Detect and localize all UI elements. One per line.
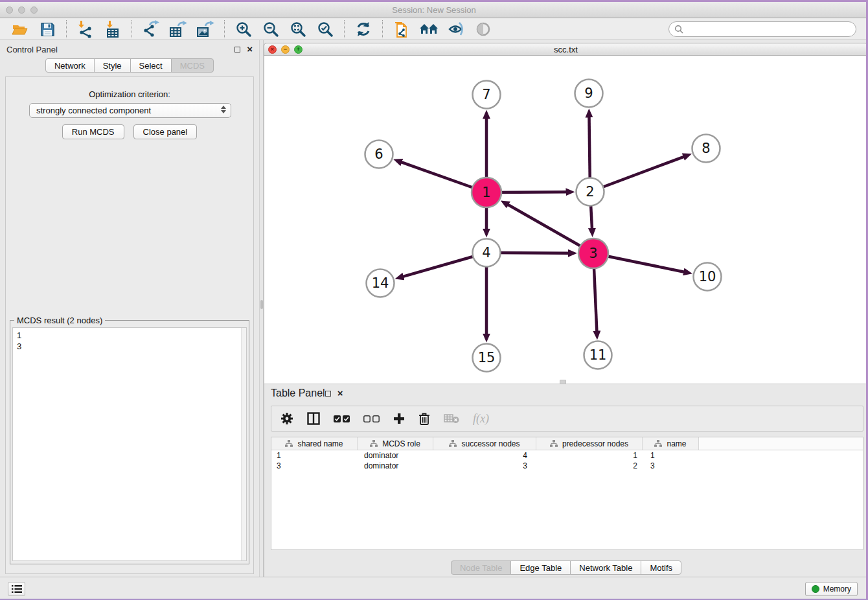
network-view[interactable]: 1234678910111415 [264,56,868,384]
delete-table-button[interactable] [444,413,459,424]
column-header-shared-name[interactable]: shared name [271,437,358,450]
table-cell[interactable]: 1 [536,450,643,461]
export-image-icon [196,20,214,38]
import-table-button[interactable] [103,19,122,39]
clone-network-icon [393,20,410,38]
graph-node-4[interactable]: 4 [473,239,501,267]
column-header-successor-nodes[interactable]: successor nodes [433,437,536,450]
add-column-button[interactable] [393,413,405,424]
tab-mcds[interactable]: MCDS [171,58,214,73]
graph-node-label: 6 [374,146,383,162]
graph-edge-2-8[interactable] [590,157,684,192]
close-network-button[interactable]: × [268,45,277,54]
export-image-button[interactable] [196,19,215,39]
zoom-selected-button[interactable] [315,19,335,39]
graph-node-1[interactable]: 1 [472,178,501,207]
minimize-network-button[interactable]: − [281,45,290,54]
export-table-button[interactable] [168,19,188,39]
export-table-icon [169,20,187,38]
tab-edge-table[interactable]: Edge Table [510,560,571,575]
network-canvas[interactable]: 1234678910111415 [264,56,868,384]
graph-node-8[interactable]: 8 [692,135,720,163]
graph-node-2[interactable]: 2 [577,178,604,206]
graph-node-label: 9 [584,86,593,101]
clone-network-button[interactable] [392,19,411,39]
level-of-detail-button[interactable] [474,19,493,39]
graph-node-label: 8 [702,141,710,156]
graph-node-14[interactable]: 14 [367,270,394,297]
close-panel-icon[interactable]: × [337,390,343,397]
table-cell[interactable]: 3 [433,461,536,471]
float-panel-icon[interactable] [325,391,331,397]
optimization-dropdown[interactable]: strongly connected component [29,103,231,118]
graph-node-7[interactable]: 7 [473,81,501,109]
column-type-icon [550,440,558,447]
graph-node-10[interactable]: 10 [694,263,722,291]
table-cell[interactable]: dominator [358,450,433,461]
plus-icon [393,413,405,424]
column-header-predecessor-nodes[interactable]: predecessor nodes [536,437,643,450]
float-panel-icon[interactable] [234,47,240,52]
table-options-button[interactable] [280,412,293,425]
table-cell[interactable]: 1 [271,450,358,461]
table-row[interactable]: 3dominator323 [271,461,863,471]
open-session-button[interactable] [10,19,30,39]
search-input[interactable] [687,25,849,34]
graph-node-label: 1 [482,185,490,200]
table-cell[interactable]: dominator [358,461,433,471]
close-panel-icon[interactable]: × [247,46,253,52]
detail-sphere-icon [475,21,491,37]
tab-network[interactable]: Network [45,58,95,73]
table-cell[interactable]: 3 [271,461,358,471]
deselect-all-button[interactable] [363,415,380,422]
result-scrollbar[interactable] [241,328,246,560]
zoom-out-button[interactable] [261,19,280,39]
tab-motifs[interactable]: Motifs [641,560,681,575]
graph-node-15[interactable]: 15 [473,344,501,372]
task-history-button[interactable] [8,582,25,596]
tab-style[interactable]: Style [94,58,131,73]
column-header-name[interactable]: name [643,437,699,450]
mcds-result-area[interactable]: 13 [12,327,247,561]
vertical-splitter[interactable] [259,40,264,577]
function-builder-button[interactable]: f(x) [473,412,489,426]
column-visibility-button[interactable] [307,412,320,425]
show-all-networks-button[interactable] [419,19,439,39]
delete-column-button[interactable] [418,412,430,425]
save-session-button[interactable] [38,19,57,39]
splitter-handle[interactable] [260,300,263,309]
control-panel: Control Panel × NetworkStyleSelectMCDS O… [0,40,259,577]
hide-details-button[interactable] [446,19,466,39]
table-cell[interactable]: 2 [536,461,643,471]
network-window-titlebar[interactable]: × − + scc.txt [264,43,868,56]
window-frame-top [0,0,868,2]
zoom-in-button[interactable] [234,19,253,39]
close-panel-button[interactable]: Close panel [133,124,198,139]
apply-layout-button[interactable] [354,19,373,39]
graph-node-9[interactable]: 9 [575,80,603,108]
maximize-network-button[interactable]: + [294,45,303,54]
graph-node-11[interactable]: 11 [584,341,612,369]
zoom-fit-icon [290,21,307,38]
export-network-button[interactable] [141,19,161,39]
graph-node-3[interactable]: 3 [578,238,608,268]
memory-button[interactable]: Memory [805,582,858,596]
tab-node-table[interactable]: Node Table [451,560,512,575]
select-all-button[interactable] [334,415,350,422]
search-field[interactable] [668,21,856,37]
column-header-mcds-role[interactable]: MCDS role [358,437,433,450]
graph-node-6[interactable]: 6 [365,141,393,168]
tab-select[interactable]: Select [130,58,172,73]
table-cell[interactable]: 1 [643,450,699,461]
eye-slash-icon [448,21,465,37]
horizontal-splitter-handle[interactable] [560,380,566,384]
tab-network-table[interactable]: Network Table [570,560,641,575]
import-network-button[interactable] [76,19,95,39]
run-mcds-button[interactable]: Run MCDS [62,124,124,139]
homes-icon [419,21,439,37]
node-table: shared nameMCDS rolesuccessor nodesprede… [271,437,863,550]
table-cell[interactable]: 4 [433,450,536,461]
table-row[interactable]: 1dominator411 [271,450,863,461]
zoom-fit-button[interactable] [288,19,308,39]
table-cell[interactable]: 3 [643,461,699,471]
